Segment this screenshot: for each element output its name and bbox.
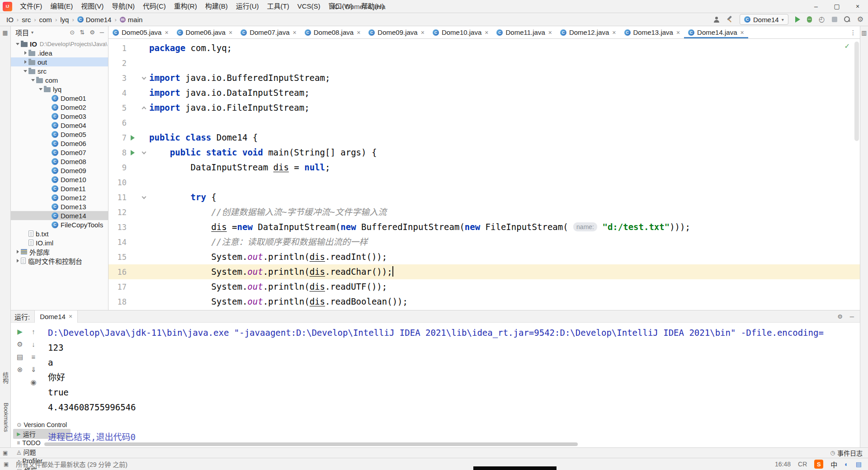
close-tab-icon[interactable]: ×	[548, 29, 552, 36]
menu-item[interactable]: 视图(V)	[77, 0, 108, 13]
code-line[interactable]: 3import java.io.BufferedInputStream;	[108, 70, 860, 85]
tree-arrow-icon[interactable]	[14, 250, 21, 254]
tool-stripe-label[interactable]: Bookmarks	[1, 403, 9, 432]
tree-item-dome10[interactable]: Dome10	[11, 175, 108, 184]
code-line[interactable]: 16 System.out.println(dis.readChar());	[108, 264, 860, 279]
code-line[interactable]: 12 //创建数据输入流~字节缓冲流~文件字输入流	[108, 205, 860, 220]
minimize-button[interactable]: –	[806, 0, 826, 13]
close-button[interactable]: ×	[847, 0, 868, 13]
project-tool-icon[interactable]: ▦	[2, 29, 8, 36]
fold-icon[interactable]	[142, 75, 146, 80]
close-tab-icon[interactable]: ×	[612, 29, 616, 36]
run-line-icon[interactable]	[131, 135, 135, 141]
settings-icon[interactable]: ⚙	[857, 16, 863, 23]
run-tab[interactable]: Dome14 ×	[34, 310, 78, 323]
menu-item[interactable]: 构建(B)	[201, 0, 232, 13]
close-tab-icon[interactable]: ×	[229, 29, 232, 36]
toolwindow-problems[interactable]: ◬问题	[13, 447, 71, 457]
code-line[interactable]: 4import java.io.DataInputStream;	[108, 85, 860, 100]
code-line[interactable]: 1package com.lyq;	[108, 41, 860, 56]
tree-item-com[interactable]: com	[11, 75, 108, 85]
tree-arrow-icon[interactable]	[22, 60, 28, 64]
code-line[interactable]: 8 public static void main(String[] args)…	[108, 145, 860, 160]
editor-tab[interactable]: Dome10.java×	[429, 26, 493, 38]
tree-item-dome01[interactable]: Dome01	[11, 94, 108, 103]
menu-item[interactable]: 重构(R)	[170, 0, 201, 13]
tree-item-dome09[interactable]: Dome09	[11, 166, 108, 175]
code-line[interactable]: 7public class Dome14 {	[108, 130, 860, 145]
tree-item-io[interactable]: IOD:\Develop\Projects\Java\	[11, 39, 108, 48]
code-line[interactable]: 5import java.io.FileInputStream;	[108, 100, 860, 115]
tree-item-b.txt[interactable]: b.txt	[11, 229, 108, 238]
breadcrumb-item[interactable]: IO	[6, 16, 14, 24]
code-line[interactable]: 18 System.out.println(dis.readBoolean())…	[108, 294, 860, 309]
code-line[interactable]: 6	[108, 115, 860, 130]
ime-mode-icon[interactable]: ◐	[844, 461, 848, 468]
clear-icon[interactable]: ⊗	[17, 366, 23, 373]
tree-item-lyq[interactable]: lyq	[11, 85, 108, 94]
fold-icon[interactable]	[142, 150, 146, 154]
tree-item-filecopytools[interactable]: FileCopyTools	[11, 220, 108, 229]
locate-file-icon[interactable]: ⊙	[68, 29, 76, 35]
tree-arrow-icon[interactable]	[14, 259, 21, 263]
rerun-icon[interactable]: ▶	[17, 328, 23, 335]
tree-item-out[interactable]: out	[11, 57, 108, 66]
menu-item[interactable]: 代码(C)	[139, 0, 170, 13]
tree-arrow-icon[interactable]	[22, 70, 28, 72]
tree-item-临时文件和控制台[interactable]: 临时文件和控制台	[11, 256, 108, 265]
tree-arrow-icon[interactable]	[14, 43, 21, 45]
console-output[interactable]: D:\Develop\Java\jdk-11\bin\java.exe "-ja…	[42, 323, 860, 447]
code-editor[interactable]: 1package com.lyq;23import java.io.Buffer…	[108, 39, 860, 310]
maximize-button[interactable]: ▢	[826, 0, 847, 13]
editor-tab[interactable]: Dome06.java×	[173, 26, 237, 38]
code-line[interactable]: 10	[108, 175, 860, 190]
run-hide-icon[interactable]: ─	[849, 314, 855, 320]
tree-item-dome07[interactable]: Dome07	[11, 148, 108, 157]
breadcrumb-item[interactable]: Dome14	[77, 16, 112, 24]
editor-scrollbar[interactable]	[854, 42, 859, 141]
editor-tab[interactable]: Dome13.java×	[620, 26, 684, 38]
editor-tab[interactable]: Dome12.java×	[556, 26, 620, 38]
code-line[interactable]: 11 try {	[108, 190, 860, 205]
editor-tab[interactable]: Dome08.java×	[301, 26, 365, 38]
tool-stripe-label[interactable]: 结构	[1, 372, 9, 384]
tree-item-dome02[interactable]: Dome02	[11, 103, 108, 112]
close-tab-icon[interactable]: ×	[421, 29, 425, 36]
menu-item[interactable]: 文件(F)	[16, 0, 46, 13]
breadcrumb-item[interactable]: com	[39, 16, 52, 24]
tree-item-dome14[interactable]: Dome14	[11, 211, 108, 220]
editor-tab[interactable]: Dome09.java×	[364, 26, 429, 38]
tree-arrow-icon[interactable]	[30, 79, 36, 81]
close-tab-icon[interactable]: ×	[165, 29, 168, 36]
stop-button[interactable]	[832, 17, 837, 22]
close-tab-icon[interactable]: ×	[676, 29, 680, 36]
editor-tab[interactable]: Dome05.java×	[108, 26, 173, 38]
hide-panel-icon[interactable]: ─	[99, 29, 105, 35]
sogou-ime-icon[interactable]: S	[814, 460, 823, 469]
tree-item-dome08[interactable]: Dome08	[11, 157, 108, 166]
code-line[interactable]: 13 dis =new DataInputStream(new Buffered…	[108, 220, 860, 235]
search-icon[interactable]	[844, 16, 850, 23]
print-icon[interactable]: ▤	[17, 353, 23, 360]
code-line[interactable]: 9 DataInputStream dis = null;	[108, 160, 860, 175]
run-config-select[interactable]: Dome14 ▾	[740, 14, 788, 25]
tree-arrow-icon[interactable]	[22, 51, 28, 55]
code-line[interactable]: 17 System.out.println(dis.readUTF());	[108, 279, 860, 294]
up-icon[interactable]: ↑	[32, 328, 35, 335]
menu-item[interactable]: 运行(U)	[232, 0, 263, 13]
tree-arrow-icon[interactable]	[38, 88, 44, 90]
ime-keyboard-icon[interactable]: ▤	[856, 461, 862, 468]
inspections-ok-icon[interactable]: ✓	[844, 42, 850, 50]
close-tab-icon[interactable]: ×	[740, 29, 744, 36]
code-line[interactable]: 15 System.out.println(dis.readInt());	[108, 249, 860, 264]
project-panel-title[interactable]: 项目	[15, 28, 29, 37]
tree-item-dome05[interactable]: Dome05	[11, 130, 108, 139]
down-icon[interactable]: ↓	[32, 341, 35, 348]
chevron-down-icon[interactable]: ▾	[31, 30, 33, 35]
run-line-icon[interactable]	[131, 150, 135, 155]
pin-icon[interactable]: ◉	[30, 379, 36, 385]
breadcrumb-item[interactable]: lyq	[60, 16, 69, 24]
close-tab-icon[interactable]: ×	[485, 29, 488, 36]
menu-item[interactable]: VCS(S)	[293, 0, 325, 13]
scrollend-icon[interactable]: ⇓	[31, 366, 37, 373]
